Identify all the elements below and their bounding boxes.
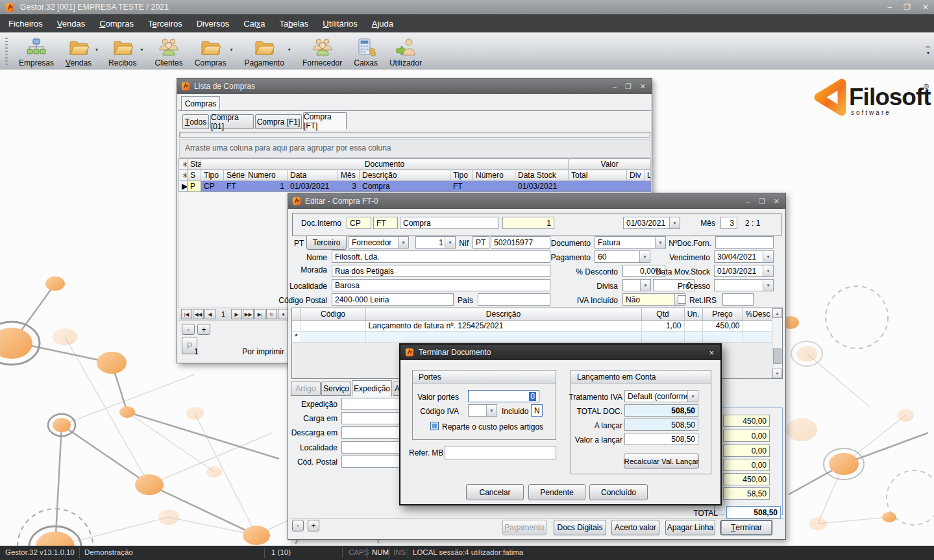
chevron-down-icon[interactable]: ▾: [288, 47, 291, 53]
doc-descricao-field[interactable]: Compra: [400, 217, 498, 229]
vencimento-combo[interactable]: 30/04/2021▾: [714, 250, 774, 263]
restore-icon[interactable]: ❐: [625, 82, 632, 91]
toolbar-grip[interactable]: [5, 38, 8, 65]
tab-servico[interactable]: Serviço: [321, 382, 351, 396]
nav-prev-page-button[interactable]: ◀◀: [193, 309, 204, 319]
terceiro-button[interactable]: Terceiro: [306, 235, 347, 250]
lista-titlebar[interactable]: Lista de Compras – ❐ ✕: [177, 79, 652, 94]
nif-field[interactable]: 502015977: [491, 236, 550, 249]
compras-grid[interactable]: ∗ Sta Documento Valor ∗ S Tipo Série Num…: [178, 158, 651, 192]
menu-compras[interactable]: Compras: [92, 16, 141, 32]
nav-refresh-button[interactable]: ↻: [266, 309, 277, 319]
valor-portes-field[interactable]: 0: [468, 390, 539, 402]
incluido-field[interactable]: N: [531, 404, 543, 417]
chevron-down-icon[interactable]: ▾: [95, 47, 98, 53]
chevron-down-icon[interactable]: ▾: [486, 405, 497, 416]
grid-header-row[interactable]: ∗ S Tipo Série Numero Data Mês Descrição…: [179, 170, 651, 181]
chevron-down-icon[interactable]: ▾: [763, 265, 773, 276]
nome-field[interactable]: Filosoft, Lda.: [332, 250, 550, 263]
acerto-valor-button[interactable]: Acerto valor: [611, 520, 659, 535]
close-icon[interactable]: ×: [709, 348, 714, 358]
pendente-button[interactable]: Pendente: [528, 484, 585, 500]
scrollbar-thumb[interactable]: [773, 348, 781, 364]
ret-irs-checkbox[interactable]: [678, 295, 686, 304]
chevron-down-icon[interactable]: ▾: [763, 251, 773, 262]
morada-field[interactable]: Rua dos Petigais: [332, 265, 550, 277]
toolbar-button-vendas[interactable]: ▾ Vendas: [60, 34, 97, 69]
table-row[interactable]: ▶ P CP FT 1 01/03/2021 3 Compra FT 01/03…: [179, 181, 651, 192]
datamov-combo[interactable]: 01/03/2021▾: [714, 265, 774, 277]
restore-icon[interactable]: ❐: [759, 197, 765, 206]
tab-expedicao[interactable]: Expedição: [352, 380, 392, 396]
cancelar-button[interactable]: Cancelar: [466, 484, 524, 500]
processo-combo[interactable]: ▾: [714, 279, 774, 291]
grid-header-row[interactable]: Código Descrição Qtd Un. Preço %Desc: [292, 308, 772, 320]
nav-last-button[interactable]: ▶|: [254, 309, 265, 319]
divisa-combo[interactable]: ▾: [622, 279, 651, 291]
zoom-in-button[interactable]: +: [197, 324, 210, 335]
terminar-button[interactable]: Terminar: [720, 520, 772, 535]
toolbar-button-empresas[interactable]: Empresas: [13, 34, 60, 69]
menu-ajuda[interactable]: Ajuda: [365, 16, 400, 32]
subtab-compra-ft[interactable]: Compra [FT]: [303, 112, 347, 130]
zoom-out-button[interactable]: -: [182, 324, 195, 335]
tab-compras[interactable]: Compras: [181, 96, 220, 111]
chevron-down-icon[interactable]: ▾: [140, 47, 143, 53]
toolbar-button-recibos[interactable]: ▾ Recibos: [103, 34, 142, 69]
scroll-up-icon[interactable]: ▲: [772, 308, 782, 318]
chevron-down-icon[interactable]: ▾: [445, 237, 455, 248]
menu-caixa[interactable]: Caixa: [236, 16, 272, 32]
chevron-down-icon[interactable]: ▾: [669, 217, 680, 228]
toolbar-button-fornecedor[interactable]: Fornecedor: [297, 34, 348, 69]
valor-a-lancar-field[interactable]: 508,50: [624, 433, 698, 445]
menu-terceiros[interactable]: Terceiros: [141, 16, 190, 32]
concluido-button[interactable]: Concluído: [589, 484, 648, 500]
chevron-down-icon[interactable]: ▾: [687, 391, 698, 402]
codigo-iva-combo[interactable]: ▾: [468, 404, 497, 417]
zoom-out-button[interactable]: -: [292, 520, 304, 531]
nav-next-page-button[interactable]: ▶▶: [243, 309, 254, 319]
table-row[interactable]: Lançamento de fatura nº. 125425/2021 1,0…: [292, 320, 772, 331]
dialog-titlebar[interactable]: Terminar Documento ×: [400, 345, 720, 360]
chevron-down-icon[interactable]: ▾: [763, 280, 773, 291]
pais-field[interactable]: [478, 293, 550, 306]
nif-pais-field[interactable]: PT: [473, 236, 489, 249]
chevron-down-icon[interactable]: ▾: [640, 280, 650, 291]
doc-numero-field[interactable]: 1: [502, 217, 554, 229]
doc-data-combo[interactable]: 01/03/2021▾: [623, 217, 680, 229]
minimize-icon[interactable]: –: [887, 3, 892, 12]
group-by-bar[interactable]: Arraste uma coluna para aqui para agrupa…: [179, 139, 650, 158]
codigo-postal-field[interactable]: 2400-000 Leiria: [332, 293, 454, 306]
menu-tabelas[interactable]: Tabelas: [272, 16, 315, 32]
close-icon[interactable]: ✕: [774, 197, 780, 206]
tratamento-iva-combo[interactable]: Default (conforme▾: [624, 390, 698, 402]
minimize-icon[interactable]: –: [613, 82, 617, 91]
documento-combo[interactable]: Fatura▾: [595, 236, 666, 249]
toolbar-overflow-icon[interactable]: ▔▾: [926, 48, 930, 55]
restore-icon[interactable]: ❐: [903, 3, 911, 12]
menu-utilitarios[interactable]: Utilitários: [315, 16, 364, 32]
reparte-checkbox[interactable]: [430, 422, 439, 430]
toolbar-button-compras[interactable]: ▾ Compras: [189, 34, 232, 69]
toolbar-button-pagamento[interactable]: ▾ Pagamento: [238, 34, 289, 69]
close-icon[interactable]: ✕: [922, 3, 929, 12]
close-icon[interactable]: ✕: [640, 82, 646, 91]
subtab-compra-f1[interactable]: Compra [F1]: [255, 114, 302, 129]
chevron-down-icon[interactable]: ▾: [639, 251, 650, 262]
subtab-todos[interactable]: Todos: [182, 114, 209, 129]
menu-vendas[interactable]: Vendas: [50, 16, 92, 32]
nav-next-button[interactable]: ▶: [231, 309, 242, 319]
iva-incluido-combo[interactable]: Não▾: [622, 293, 685, 306]
ret-irs-field[interactable]: [722, 293, 754, 306]
doc-serie-field[interactable]: FT: [373, 217, 398, 229]
toolbar-button-utilizador[interactable]: Utilizador: [384, 34, 428, 69]
chevron-down-icon[interactable]: ▾: [230, 47, 232, 53]
pagamento-combo[interactable]: 60▾: [595, 250, 650, 263]
editar-titlebar[interactable]: Editar - Compra FT-0 – ❐ ✕: [288, 193, 785, 209]
docs-digitais-button[interactable]: Docs Digitais: [554, 520, 606, 535]
zoom-in-button[interactable]: +: [308, 520, 319, 531]
vertical-scrollbar[interactable]: ▲ ▼: [772, 308, 782, 378]
scroll-down-icon[interactable]: ▼: [772, 369, 782, 378]
recalcular-button[interactable]: Recalcular Val. Lançar: [624, 454, 699, 469]
chevron-down-icon[interactable]: ▾: [398, 237, 408, 248]
